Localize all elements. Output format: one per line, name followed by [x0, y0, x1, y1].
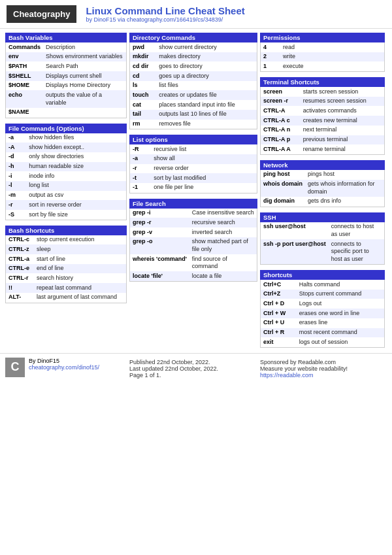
desc: execute [280, 61, 384, 71]
cmd: touch [130, 90, 156, 100]
page-subtitle: by DinoF15 via cheatography.com/166419/c… [86, 16, 244, 23]
desc: logs out of session [297, 337, 384, 347]
shortcuts-body: Ctrl+CHalts command Ctrl+ZStops current … [260, 280, 385, 348]
table-row: CTRL-rsearch history [6, 273, 126, 283]
desc: inverted search [189, 227, 257, 237]
author-name: By DinoF15 [29, 358, 99, 364]
table-row: $HOMEDisplays Home Directory [6, 81, 126, 91]
desc: end of line [34, 264, 126, 274]
table-row: whois domaingets whois information for d… [261, 180, 384, 197]
shortcuts-title: Shortcuts [260, 270, 385, 280]
section-bash-variables: Bash Variables CommandsDescription envSh… [5, 33, 127, 118]
cmd: $NAME [6, 108, 43, 118]
table-row: echooutputs the value of a variable [6, 90, 126, 107]
desc: stop current execution [34, 235, 126, 245]
table-row: screenstarts screen session [261, 87, 384, 97]
section-shortcuts: Shortcuts Ctrl+CHalts command Ctrl+ZStop… [260, 270, 385, 348]
desc: show matched part of file only [189, 237, 257, 254]
cmd: Ctrl+Z [261, 290, 297, 299]
cmd: -h [6, 162, 26, 172]
desc: previous terminal [301, 135, 384, 145]
desc: Case insensitive search [189, 209, 257, 218]
table-row: -tsort by last modified [130, 173, 257, 183]
desc: places standard input into file [156, 100, 257, 110]
desc: resumes screen session [301, 97, 384, 107]
desc: recursive list [151, 144, 257, 154]
table-row: CommandsDescription [6, 42, 126, 52]
cmd: Ctrl + W [261, 309, 297, 318]
desc: inode info [26, 171, 126, 181]
cmd: grep -v [130, 227, 189, 237]
desc: last argument of last command [34, 293, 126, 303]
table-row: rmremoves file [130, 120, 257, 129]
table-row: -Ssort by file size [6, 210, 126, 220]
desc: gets whois information for domain [305, 180, 384, 197]
table-row: cdgoes up a directory [130, 71, 257, 81]
footer-sponsor: Sponsored by Readable.com Measure your w… [260, 358, 387, 378]
sponsor-link[interactable]: https://readable.com [260, 372, 314, 378]
table-row: grep -iCase insensitive search [130, 209, 257, 218]
table-row: -ashow hidden files [6, 133, 126, 143]
directory-commands-title: Directory Commands [129, 33, 257, 42]
desc: rename terminal [301, 144, 384, 154]
desc: recursive search [189, 218, 257, 227]
list-options-body: -Rrecursive list -ashow all -rreverse or… [129, 144, 257, 193]
table-row: CTRL-A ccreates new terminal [261, 116, 384, 126]
cmd: CTRL-A A [261, 144, 301, 154]
list-options-title: List options [129, 135, 257, 144]
column-1: Bash Variables CommandsDescription envSh… [4, 33, 128, 350]
cmd: Ctrl + R [261, 328, 297, 338]
cmd: whois domain [261, 180, 305, 197]
table-row: -iinode info [6, 171, 126, 181]
table-row: Ctrl+CHalts command [261, 280, 384, 290]
desc: sort by last modified [151, 173, 257, 183]
footer-author-section: C By DinoF15 cheatography.com/dinof15/ [5, 358, 129, 378]
desc: long list [26, 181, 126, 191]
author-link[interactable]: cheatography.com/dinof15/ [29, 364, 99, 371]
desc: gets dns info [305, 197, 384, 207]
desc: repeat last command [34, 283, 126, 293]
table-row: -donly show directories [6, 152, 126, 162]
cmd: -a [130, 154, 151, 164]
bash-shortcuts-body: CTRL-cstop current execution CTRL-zsleep… [5, 235, 127, 303]
sponsor-text: Sponsored by Readable.com [260, 359, 387, 365]
cmd: 1 [261, 61, 280, 71]
cmd: -a [6, 133, 26, 143]
table-row: -hhuman readable size [6, 162, 126, 172]
desc: output as csv [26, 191, 126, 201]
cmd: grep -i [130, 209, 189, 218]
cmd: -t [130, 173, 151, 183]
table-row: CTRL-Aactivates commands [261, 106, 384, 116]
table-row: CTRL-A Arename terminal [261, 144, 384, 154]
table-row: CTRL-astart of line [6, 254, 126, 264]
cmd: -A [6, 143, 26, 152]
desc: pings host [305, 170, 384, 180]
logo: Cheatography [7, 5, 76, 23]
table-row: Ctrl + DLogs out [261, 299, 384, 309]
desc: creates new terminal [301, 116, 384, 126]
file-search-title: File Search [129, 199, 257, 209]
desc: Displays current shell [43, 71, 126, 81]
table-row: whereis 'command'find source of command [130, 254, 257, 271]
footer-author-text: By DinoF15 cheatography.com/dinof15/ [29, 358, 99, 371]
cmd: CTRL-A [261, 106, 301, 116]
cmd: mkdir [130, 52, 156, 62]
table-row: !!repeat last command [6, 283, 126, 293]
updated-date: Last updated 22nd October, 2022. [129, 365, 260, 372]
desc: sort by file size [26, 210, 126, 220]
table-row: -Ashow hidden except.. [6, 143, 126, 152]
cmd: 2 [261, 52, 280, 62]
table-row: Ctrl + Werases one word in line [261, 309, 384, 318]
table-row: CTRL-cstop current execution [6, 235, 126, 245]
table-row: exitlogs out of session [261, 337, 384, 347]
section-permissions: Permissions 4read 2write 1execute [260, 33, 385, 72]
main-grid: Bash Variables CommandsDescription envSh… [0, 29, 392, 350]
cmd: -l [6, 181, 26, 191]
section-ssh: SSH ssh user@hostconnects to host as use… [260, 212, 385, 265]
section-network: Network ping hostpings host whois domain… [260, 160, 385, 207]
terminal-shortcuts-title: Terminal Shortcuts [260, 77, 385, 87]
desc: Description [43, 42, 126, 52]
cmd: cat [130, 100, 156, 110]
bash-shortcuts-title: Bash Shortcuts [5, 226, 127, 235]
cmd: -r [130, 164, 151, 174]
